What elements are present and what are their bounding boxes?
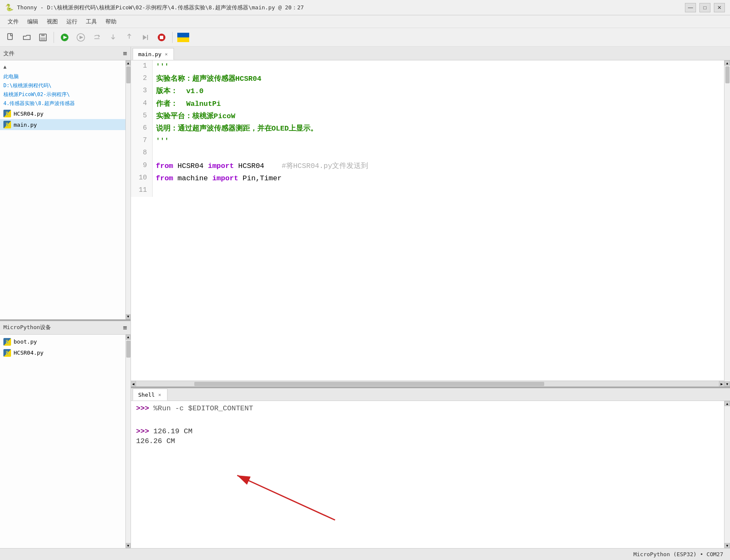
- path-line-2[interactable]: D:\核桃派例程代码\: [0, 81, 125, 90]
- code-line-9: 9 from HCSR04 import HCSR04 #将HCSR04.py文…: [131, 160, 724, 172]
- editor-tab-bar: main.py ✕: [131, 47, 730, 60]
- device-scroll-area: 🐍 boot.py 🐍 HCSR04.py ▲ ▼: [0, 335, 131, 548]
- tab-mainpy-close[interactable]: ✕: [164, 51, 169, 57]
- resume-button[interactable]: [138, 30, 153, 45]
- close-button[interactable]: ✕: [714, 3, 725, 12]
- path-line-4[interactable]: 4.传感器实验\8.超声波传感器: [0, 99, 125, 108]
- files-section: 文件 ≡ ▲ 此电脑 D:\核桃派例程代码\ 核桃派PicoW\02-示例程序\…: [0, 47, 131, 321]
- app-icon: 🐍: [5, 3, 14, 12]
- code-line-2: 2 实验名称：超声波传感器HCSR04: [131, 73, 724, 85]
- editor-vscroll-up[interactable]: ▲: [724, 60, 730, 65]
- editor-hscrollbar[interactable]: ◀ ▶: [131, 381, 724, 387]
- editor-vscroll-track: [724, 65, 730, 381]
- shell-vscrollbar: ▲ ▼: [724, 401, 730, 548]
- new-file-button[interactable]: [3, 30, 18, 45]
- menu-run[interactable]: 运行: [62, 16, 82, 27]
- maximize-button[interactable]: □: [699, 3, 710, 12]
- shell-vscroll-track: [724, 406, 730, 543]
- editor-vscroll-down[interactable]: ▼: [724, 381, 730, 387]
- nav-up[interactable]: ▲: [0, 62, 125, 71]
- path-line-3[interactable]: 核桃派PicoW\02-示例程序\: [0, 90, 125, 99]
- line-code-6: 说明：通过超声波传感器测距，并在OLED上显示。: [152, 122, 724, 135]
- menu-tools[interactable]: 工具: [82, 16, 101, 27]
- shell-tab-bar: Shell ✕: [131, 388, 730, 401]
- py-icon-main: 🐍: [3, 121, 11, 128]
- line-code-8: [152, 147, 724, 159]
- line-num-5: 5: [131, 110, 152, 122]
- device-header: MicroPython设备 ≡: [0, 321, 131, 335]
- file-hcsr04[interactable]: 🐍 HCSR04.py: [0, 108, 125, 119]
- files-label: 文件: [3, 50, 14, 57]
- editor-scroll[interactable]: 1 ''' 2 实验名称：超声波传感器HCSR04 3 版本: [131, 60, 724, 381]
- device-content: 🐍 boot.py 🐍 HCSR04.py: [0, 335, 125, 548]
- menu-file[interactable]: 文件: [3, 16, 23, 27]
- files-menu-icon[interactable]: ≡: [123, 49, 127, 57]
- files-scroll-up[interactable]: ▲: [126, 60, 131, 65]
- hscroll-right[interactable]: ▶: [719, 381, 724, 387]
- tab-shell-label: Shell: [138, 392, 155, 398]
- menu-edit[interactable]: 编辑: [23, 16, 43, 27]
- svg-line-18: [237, 475, 335, 520]
- code-line-1: 1 ''': [131, 60, 724, 73]
- shell-vscroll-up[interactable]: ▲: [724, 401, 730, 406]
- main-area: 文件 ≡ ▲ 此电脑 D:\核桃派例程代码\ 核桃派PicoW\02-示例程序\…: [0, 47, 730, 548]
- py-icon-device-hcsr04: 🐍: [3, 349, 11, 357]
- shell-main: >>> %Run -c $EDITOR_CONTENT >>> 126.19 C…: [131, 401, 730, 548]
- step-over-button[interactable]: [90, 30, 104, 45]
- shell-val-1: 126.19 CM: [153, 427, 193, 435]
- run-button[interactable]: [57, 30, 72, 45]
- line-code-4: 作者： WalnutPi: [152, 98, 724, 110]
- file-main[interactable]: 🐍 main.py: [0, 119, 125, 130]
- line-num-6: 6: [131, 122, 152, 135]
- line-num-4: 4: [131, 98, 152, 110]
- debug-button[interactable]: [74, 30, 88, 45]
- editor[interactable]: 1 ''' 2 实验名称：超声波传感器HCSR04 3 版本: [131, 60, 724, 387]
- hscroll-thumb[interactable]: [194, 382, 544, 386]
- editor-vscrollbar: ▲ ▼: [724, 60, 730, 387]
- files-header: 文件 ≡: [0, 47, 131, 60]
- tab-mainpy[interactable]: main.py ✕: [133, 48, 174, 60]
- menu-help[interactable]: 帮助: [101, 16, 121, 27]
- files-scroll-down[interactable]: ▼: [126, 314, 131, 319]
- line-code-3: 版本： v1.0: [152, 85, 724, 97]
- tab-shell-close[interactable]: ✕: [157, 392, 162, 398]
- shell-line-3: 126.26 CM: [136, 437, 719, 445]
- open-file-button[interactable]: [20, 30, 34, 45]
- device-hcsr04[interactable]: 🐍 HCSR04.py: [0, 347, 125, 358]
- path-line-1[interactable]: 此电脑: [0, 71, 125, 81]
- device-hcsr04-name: HCSR04.py: [14, 350, 43, 356]
- step-into-button[interactable]: [106, 30, 120, 45]
- menu-view[interactable]: 视图: [43, 16, 62, 27]
- tab-mainpy-label: main.py: [138, 51, 162, 57]
- device-menu-icon[interactable]: ≡: [123, 324, 127, 332]
- step-out-button[interactable]: [122, 30, 136, 45]
- window-title: Thonny - D:\核桃派例程代码\核桃派PicoW\02-示例程序\4.传…: [17, 4, 685, 11]
- hscroll-left[interactable]: ◀: [131, 381, 136, 387]
- svg-rect-2: [41, 34, 45, 36]
- line-code-5: 实验平台：核桃派PicoW: [152, 110, 724, 122]
- code-line-5: 5 实验平台：核桃派PicoW: [131, 110, 724, 122]
- device-boot[interactable]: 🐍 boot.py: [0, 336, 125, 347]
- hscroll-track: [136, 381, 719, 387]
- py-icon-hcsr04: 🐍: [3, 110, 11, 117]
- svg-rect-16: [177, 37, 189, 42]
- shell-area: Shell ✕ >>> %Run -c $EDITOR_CONTENT: [131, 387, 730, 548]
- minimize-button[interactable]: —: [685, 3, 696, 12]
- tab-shell[interactable]: Shell ✕: [133, 389, 168, 401]
- flag-button[interactable]: [176, 30, 190, 45]
- line-num-7: 7: [131, 135, 152, 147]
- device-scroll-down[interactable]: ▼: [126, 543, 131, 548]
- code-line-6: 6 说明：通过超声波传感器测距，并在OLED上显示。: [131, 122, 724, 135]
- stop-button[interactable]: [154, 30, 169, 45]
- device-scroll-up[interactable]: ▲: [126, 335, 131, 340]
- device-scroll-track: [126, 340, 131, 543]
- line-num-10: 10: [131, 172, 152, 185]
- save-file-button[interactable]: [36, 30, 50, 45]
- shell-vscroll-down[interactable]: ▼: [724, 543, 730, 548]
- menu-bar: 文件 编辑 视图 运行 工具 帮助: [0, 15, 730, 28]
- shell-content[interactable]: >>> %Run -c $EDITOR_CONTENT >>> 126.19 C…: [131, 401, 724, 548]
- svg-marker-11: [143, 35, 147, 40]
- editor-row: 1 ''' 2 实验名称：超声波传感器HCSR04 3 版本: [131, 60, 730, 387]
- shell-cmd-1: %Run -c $EDITOR_CONTENT: [153, 404, 253, 412]
- svg-rect-14: [160, 36, 163, 39]
